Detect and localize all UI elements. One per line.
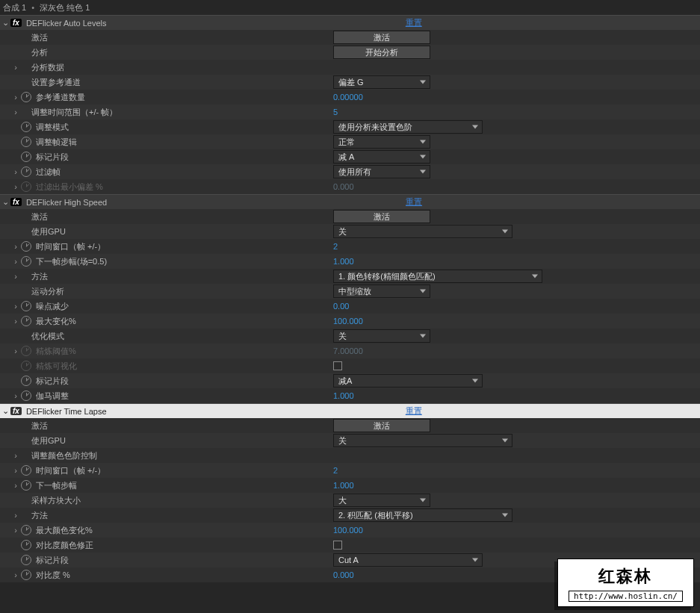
prop-label: 方法 (31, 510, 48, 521)
prop-label: 标记片段 (36, 376, 69, 387)
prop-label: 标记片段 (36, 555, 69, 566)
reset-link[interactable]: 重置 (406, 197, 422, 206)
fx-badge-icon[interactable]: fx (10, 407, 22, 415)
mode-select[interactable]: 使用分析来设置色阶 (333, 120, 483, 134)
stopwatch-icon[interactable] (21, 555, 31, 565)
numeric-value[interactable]: 1.000 (333, 481, 354, 490)
select-value: 使用分析来设置色阶 (338, 121, 412, 133)
expand-arrow-icon[interactable]: › (10, 272, 21, 281)
mark-select[interactable]: Cut A (333, 553, 483, 567)
prop-label: 分析数据 (31, 62, 64, 73)
select-value: Cut A (338, 554, 359, 566)
stopwatch-icon[interactable] (21, 465, 31, 476)
effect-header-autolevels[interactable]: ⌄ fx DEFlicker Auto Levels 重置 (0, 15, 700, 30)
stopwatch-icon[interactable] (21, 122, 31, 132)
activate-button[interactable]: 激活 (333, 419, 430, 432)
effect-header-highspeed[interactable]: ⌄ fx DEFlicker High Speed 重置 (0, 194, 700, 209)
numeric-value[interactable]: 1.000 (333, 257, 354, 266)
numeric-value[interactable]: 1.000 (333, 391, 354, 400)
expand-arrow-icon[interactable]: › (10, 63, 21, 72)
refine-viz-checkbox[interactable] (333, 361, 342, 370)
gpu-select[interactable]: 关 (333, 225, 512, 238)
expand-arrow-icon[interactable]: › (10, 526, 21, 535)
stopwatch-icon[interactable] (21, 167, 31, 177)
expand-arrow-icon[interactable]: › (10, 570, 21, 579)
expand-arrow-icon[interactable]: › (10, 302, 21, 311)
stopwatch-icon[interactable] (21, 241, 31, 252)
chevron-down-icon (472, 379, 478, 383)
breadcrumb-layer[interactable]: 深灰色 纯色 1 (40, 3, 90, 12)
numeric-value[interactable]: 0.00 (333, 302, 349, 311)
expand-arrow-icon[interactable]: › (10, 242, 21, 251)
expand-arrow-icon[interactable]: › (10, 481, 21, 490)
watermark-url: http://www.hoslin.cn/ (569, 591, 683, 602)
numeric-value[interactable]: 2 (333, 242, 338, 251)
toggle-arrow-icon[interactable]: ⌄ (0, 18, 10, 28)
reset-link[interactable]: 重置 (406, 18, 422, 27)
fx-badge-icon[interactable]: fx (10, 198, 22, 206)
chevron-down-icon (420, 334, 426, 338)
stopwatch-icon[interactable] (21, 316, 31, 326)
fx-badge-icon[interactable]: fx (10, 19, 22, 27)
numeric-value[interactable]: 100.000 (333, 317, 363, 326)
gpu-select[interactable]: 关 (333, 434, 512, 447)
select-value: 大 (338, 494, 347, 506)
numeric-value[interactable]: 7.00000 (333, 346, 363, 355)
ref-channel-select[interactable]: 偏差 G (333, 75, 430, 89)
expand-arrow-icon[interactable]: › (10, 511, 21, 520)
select-value: 减 A (338, 151, 354, 163)
numeric-value[interactable]: 0.000 (333, 570, 354, 579)
sample-size-select[interactable]: 大 (333, 494, 430, 507)
expand-arrow-icon[interactable]: › (10, 93, 21, 102)
stopwatch-icon[interactable] (21, 480, 31, 491)
numeric-value[interactable]: 0.000 (333, 182, 354, 191)
contrast-fix-checkbox[interactable] (333, 541, 342, 550)
effect-header-timelapse[interactable]: ⌄ fx DEFlicker Time Lapse 重置 (0, 403, 700, 418)
numeric-value[interactable]: 100.000 (333, 526, 363, 535)
activate-button[interactable]: 激活 (333, 31, 430, 44)
start-analysis-button[interactable]: 开始分析 (333, 46, 430, 59)
stopwatch-icon[interactable] (21, 346, 31, 356)
expand-arrow-icon[interactable]: › (10, 466, 21, 475)
stopwatch-icon[interactable] (21, 137, 31, 147)
prop-label: 运动分析 (31, 286, 64, 297)
mark-select[interactable]: 减 A (333, 150, 430, 164)
numeric-value[interactable]: 5 (333, 108, 338, 116)
expand-arrow-icon[interactable]: › (10, 346, 21, 355)
activate-button[interactable]: 激活 (333, 210, 430, 223)
breadcrumb-comp[interactable]: 合成 1 (3, 3, 26, 12)
stopwatch-icon[interactable] (21, 376, 31, 386)
method-select[interactable]: 2. 积匹配 (相机平移) (333, 508, 512, 522)
stopwatch-icon[interactable] (21, 540, 31, 550)
method-select[interactable]: 1. 颜色转移(精细颜色匹配) (333, 270, 542, 283)
expand-arrow-icon[interactable]: › (10, 317, 21, 326)
reset-link[interactable]: 重置 (406, 406, 422, 415)
expand-arrow-icon[interactable]: › (10, 257, 21, 266)
mark-select[interactable]: 减A (333, 374, 483, 388)
numeric-value[interactable]: 0.00000 (333, 93, 363, 102)
stopwatch-icon[interactable] (21, 256, 31, 267)
filter-frame-select[interactable]: 使用所有 (333, 165, 430, 178)
stopwatch-icon[interactable] (21, 525, 31, 535)
opt-mode-select[interactable]: 关 (333, 329, 430, 343)
frame-logic-select[interactable]: 正常 (333, 135, 430, 149)
expand-arrow-icon[interactable]: › (10, 451, 21, 460)
expand-arrow-icon[interactable]: › (10, 167, 21, 176)
stopwatch-icon[interactable] (21, 92, 31, 102)
prop-label: 调整模式 (36, 122, 69, 133)
stopwatch-icon[interactable] (21, 570, 31, 580)
expand-arrow-icon[interactable]: › (10, 108, 21, 116)
expand-arrow-icon[interactable]: › (10, 391, 21, 400)
prop-label: 调整颜色色阶控制 (31, 450, 97, 461)
stopwatch-icon[interactable] (21, 301, 31, 311)
stopwatch-icon[interactable] (21, 181, 31, 192)
stopwatch-icon[interactable] (21, 361, 31, 371)
motion-select[interactable]: 中型缩放 (333, 284, 430, 298)
prop-label: 时间窗口（帧 +/-） (36, 465, 105, 476)
toggle-arrow-icon[interactable]: ⌄ (0, 406, 10, 416)
expand-arrow-icon[interactable]: › (10, 182, 21, 191)
stopwatch-icon[interactable] (21, 152, 31, 162)
numeric-value[interactable]: 2 (333, 466, 338, 475)
stopwatch-icon[interactable] (21, 390, 31, 401)
toggle-arrow-icon[interactable]: ⌄ (0, 197, 10, 207)
